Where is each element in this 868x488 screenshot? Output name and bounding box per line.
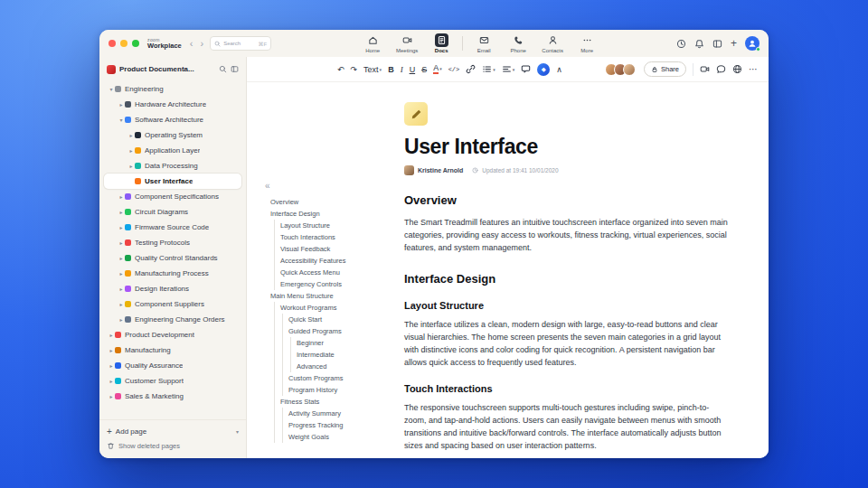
sidebar-page-circuit-diagrams[interactable]: ▸Circuit Diagrams — [104, 204, 241, 220]
outline-item-accessibility-features[interactable]: Accessibility Features — [263, 255, 406, 267]
sidebar-page-component-suppliers[interactable]: ▸Component Suppliers — [104, 296, 241, 312]
show-deleted-pages-button[interactable]: Show deleted pages — [107, 438, 239, 453]
sidebar-page-product-development[interactable]: ▸Product Development — [104, 327, 241, 343]
outline-item-overview[interactable]: Overview — [263, 196, 406, 208]
outline-item-weight-goals[interactable]: Weight Goals — [263, 431, 406, 443]
web-icon[interactable] — [732, 64, 742, 74]
history-icon[interactable] — [676, 39, 686, 49]
redo-button[interactable]: ↷ — [351, 65, 358, 74]
collapse-sidebar-icon[interactable] — [231, 65, 239, 73]
sidebar-page-data-processing[interactable]: ▸Data Processing — [104, 158, 241, 174]
minimize-window-button[interactable] — [120, 40, 127, 47]
tab-email[interactable]: Email — [467, 33, 500, 54]
chevron-right-icon[interactable]: ▸ — [118, 101, 125, 108]
sidebar-page-engineering[interactable]: ▾Engineering — [104, 81, 241, 97]
sidebar-page-engineering-change-orders[interactable]: ▸Engineering Change Orders — [104, 312, 241, 327]
sidebar-page-firmware-source-code[interactable]: ▸Firmware Source Code — [104, 220, 241, 235]
outline-item-quick-access-menu[interactable]: Quick Access Menu — [263, 267, 406, 278]
sidebar-page-application-layer[interactable]: ▸Application Layer — [104, 143, 241, 158]
chevron-down-icon[interactable]: ▾ — [236, 428, 239, 435]
section-paragraph[interactable]: The Smart Treadmill features an intuitiv… — [404, 216, 728, 254]
outline-item-main-menu-structure[interactable]: Main Menu Structure — [263, 290, 406, 302]
link-button[interactable] — [466, 64, 476, 74]
text-color-dropdown[interactable]: A ▾ — [433, 64, 442, 75]
collaborator-avatar[interactable] — [623, 63, 636, 76]
sidebar-page-quality-control-standards[interactable]: ▸Quality Control Standards — [104, 250, 241, 266]
toggle-panel-icon[interactable] — [712, 39, 722, 49]
close-window-button[interactable] — [108, 40, 116, 47]
chevron-right-icon[interactable]: ▸ — [118, 193, 125, 200]
section-heading[interactable]: Overview — [404, 193, 728, 207]
code-button[interactable]: </> — [448, 66, 460, 73]
outline-item-layout-structure[interactable]: Layout Structure — [263, 220, 406, 231]
outline-item-touch-interactions[interactable]: Touch Interactions — [263, 231, 406, 243]
bold-button[interactable]: B — [388, 65, 394, 74]
collapse-outline-icon[interactable]: « — [265, 182, 406, 191]
section-subheading[interactable]: Layout Structure — [404, 300, 728, 311]
chevron-right-icon[interactable]: ▸ — [118, 255, 125, 261]
collapse-toolbar-button[interactable]: ∧ — [556, 65, 562, 74]
outline-item-quick-start[interactable]: Quick Start — [263, 314, 406, 325]
chevron-right-icon[interactable]: ▸ — [108, 332, 115, 338]
document-title[interactable]: User Interface — [404, 135, 728, 159]
ai-companion-button[interactable]: ◆ — [537, 63, 550, 76]
chevron-right-icon[interactable]: ▸ — [108, 347, 115, 353]
chevron-right-icon[interactable]: ▸ — [127, 163, 135, 169]
chevron-right-icon[interactable]: ▸ — [127, 132, 135, 138]
chevron-right-icon[interactable]: ▸ — [118, 286, 125, 292]
sidebar-page-quality-assurance[interactable]: ▸Quality Assurance — [104, 358, 241, 373]
strikethrough-button[interactable]: S — [421, 65, 427, 74]
underline-button[interactable]: U — [410, 65, 416, 74]
maximize-window-button[interactable] — [132, 40, 139, 47]
chevron-right-icon[interactable]: ▸ — [108, 378, 115, 384]
sidebar-page-manufacturing[interactable]: ▸Manufacturing — [104, 343, 241, 358]
text-style-dropdown[interactable]: Text ▾ — [363, 65, 382, 74]
sidebar-page-sales-marketing[interactable]: ▸Sales & Marketing — [104, 389, 241, 404]
outline-item-program-history[interactable]: Program History — [263, 384, 406, 396]
outline-item-visual-feedback[interactable]: Visual Feedback — [263, 243, 406, 255]
tab-more[interactable]: More — [571, 33, 603, 54]
list-dropdown[interactable]: ▾ — [482, 64, 495, 74]
forward-button[interactable]: › — [199, 38, 204, 49]
outline-item-custom-programs[interactable]: Custom Programs — [263, 372, 406, 384]
chevron-right-icon[interactable]: ▸ — [118, 270, 125, 277]
sidebar-page-customer-support[interactable]: ▸Customer Support — [104, 373, 241, 389]
chevron-right-icon[interactable]: ▸ — [127, 147, 135, 154]
tab-meetings[interactable]: Meetings — [391, 33, 423, 54]
outline-item-beginner[interactable]: Beginner — [263, 337, 406, 349]
italic-button[interactable]: I — [401, 65, 403, 74]
new-item-button[interactable]: + — [731, 38, 737, 49]
comment-button[interactable] — [521, 64, 531, 74]
chevron-right-icon[interactable]: ▸ — [118, 209, 125, 215]
outline-item-emergency-controls[interactable]: Emergency Controls — [263, 278, 406, 290]
outline-item-workout-programs[interactable]: Workout Programs — [263, 302, 406, 314]
section-subheading[interactable]: Touch Interactions — [404, 383, 728, 394]
sidebar-search-icon[interactable] — [219, 65, 227, 73]
tab-phone[interactable]: Phone — [502, 33, 534, 54]
chevron-down-icon[interactable]: ▾ — [108, 86, 115, 92]
tab-docs[interactable]: Docs — [425, 33, 458, 54]
chevron-right-icon[interactable]: ▸ — [118, 301, 125, 307]
outline-item-progress-tracking[interactable]: Progress Tracking — [263, 419, 406, 431]
chevron-right-icon[interactable]: ▸ — [108, 362, 115, 369]
user-avatar[interactable] — [745, 36, 760, 51]
sidebar-page-hardware-architecture[interactable]: ▸Hardware Architecture — [104, 97, 241, 112]
video-icon[interactable] — [700, 64, 710, 74]
sidebar-page-software-architecture[interactable]: ▾Software Architecture — [104, 112, 241, 127]
global-search-input[interactable]: Search ⌘F — [210, 36, 271, 51]
sidebar-page-testing-protocols[interactable]: ▸Testing Protocols — [104, 235, 241, 250]
chevron-down-icon[interactable]: ▾ — [118, 117, 125, 123]
add-page-button[interactable]: + Add page ▾ — [107, 424, 239, 438]
outline-item-fitness-stats[interactable]: Fitness Stats — [263, 396, 406, 408]
sidebar-page-user-interface[interactable]: User Interface — [104, 174, 241, 189]
sidebar-page-operating-system[interactable]: ▸Operating System — [104, 127, 241, 143]
section-paragraph[interactable]: The responsive touchscreen supports mult… — [404, 401, 728, 452]
document[interactable]: User Interface Kristine Arnold Updated a… — [404, 82, 728, 452]
share-button[interactable]: Share — [644, 61, 686, 77]
undo-button[interactable]: ↶ — [337, 65, 344, 74]
outline-item-advanced[interactable]: Advanced — [263, 361, 406, 372]
chevron-right-icon[interactable]: ▸ — [108, 393, 115, 399]
back-button[interactable]: ‹ — [189, 38, 194, 49]
section-paragraph[interactable]: The interface utilizes a clean, modern d… — [404, 318, 728, 369]
outline-item-interface-design[interactable]: Interface Design — [263, 208, 406, 220]
